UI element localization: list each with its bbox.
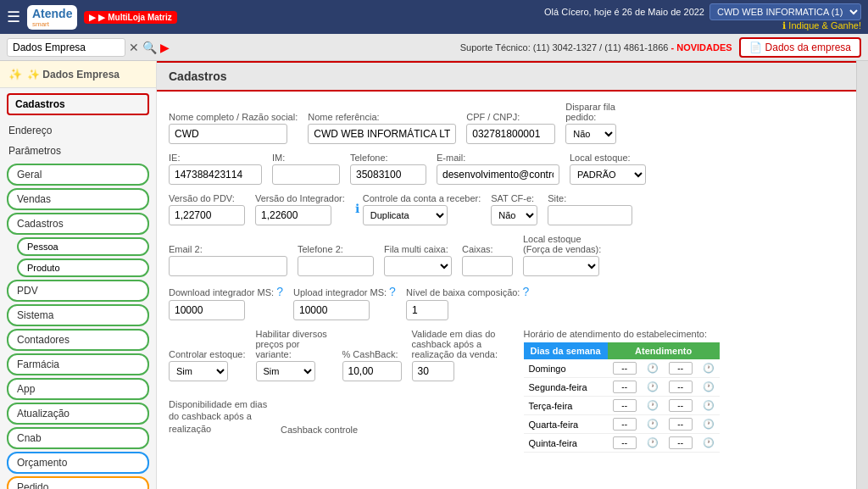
- time-from-input-quarta[interactable]: [613, 418, 637, 431]
- dados-empresa-button[interactable]: 📄 Dados da empresa: [739, 37, 861, 58]
- clear-search-button[interactable]: ✕: [129, 41, 139, 54]
- input-email2[interactable]: [169, 256, 287, 276]
- sidebar-group-cnab[interactable]: Cnab: [7, 427, 149, 449]
- fg-local-estoque-forca: Local estoque (Força de vendas):: [523, 234, 608, 276]
- input-validade-cashback[interactable]: [412, 361, 454, 381]
- time-to-domingo: [664, 359, 698, 378]
- fg-nome: Nome completo / Razão social:: [169, 112, 298, 144]
- clock2-quinta[interactable]: 🕐: [698, 434, 720, 453]
- fg-upload-ms: Upload integrador MS: ?: [293, 285, 396, 320]
- sidebar-group-pdv[interactable]: PDV: [7, 280, 149, 302]
- clock-terca[interactable]: 🕐: [642, 397, 664, 415]
- schedule-row-segunda: Segunda-feira 🕐 🕐: [524, 378, 720, 397]
- fg-habilitar-diversos: Habilitar diversos preços por variante: …: [256, 329, 332, 381]
- sidebar-item-endereco[interactable]: Endereço: [0, 120, 156, 141]
- input-cashback[interactable]: [342, 361, 402, 381]
- clock2-quarta[interactable]: 🕐: [698, 415, 720, 434]
- select-sat[interactable]: Não: [491, 205, 537, 225]
- input-versao-int[interactable]: [255, 205, 331, 225]
- youtube-badge[interactable]: ▶ ▶ MultiLoja Matriz: [84, 11, 176, 24]
- video-button[interactable]: ▶: [160, 41, 170, 54]
- sidebar-group-contadores[interactable]: Contadores: [7, 329, 149, 351]
- sidebar-group-vendas[interactable]: Vendas: [7, 188, 149, 210]
- fg-local-estoque: Local estoque: PADRÃO: [570, 153, 646, 185]
- clock2-segunda[interactable]: 🕐: [698, 378, 720, 397]
- label-versao-int: Versão do Integrador:: [255, 193, 345, 203]
- input-site[interactable]: [548, 205, 632, 225]
- sidebar-header-icon: ✨: [8, 68, 22, 81]
- search-input[interactable]: [7, 38, 125, 57]
- time-to-input-quarta[interactable]: [669, 418, 693, 431]
- day-label: Quinta-feira: [524, 434, 608, 453]
- time-from-input-terca[interactable]: [613, 399, 637, 412]
- time-to-input-domingo[interactable]: [669, 362, 693, 375]
- input-ie[interactable]: [169, 164, 262, 185]
- label-controle: Controle da conta a receber:: [363, 193, 481, 203]
- sidebar-group-cadastros[interactable]: Cadastros: [7, 213, 149, 235]
- sidebar-group-farmacia[interactable]: Farmácia: [7, 353, 149, 375]
- clock-quinta[interactable]: 🕐: [642, 434, 664, 453]
- sidebar-group-pedido[interactable]: Pedido: [7, 476, 149, 489]
- top-right-area: Olá Cícero, hoje é 26 de Maio de 2022 CW…: [544, 3, 861, 31]
- time-to-input-quinta[interactable]: [669, 436, 693, 449]
- input-email[interactable]: [437, 164, 559, 185]
- time-from-input-quinta[interactable]: [613, 436, 637, 449]
- clock2-domingo[interactable]: 🕐: [698, 359, 720, 378]
- input-cpf[interactable]: [466, 124, 555, 144]
- clock2-terca[interactable]: 🕐: [698, 397, 720, 415]
- second-bar: ✕ 🔍 ▶ Suporte Técnico: (11) 3042-1327 / …: [0, 34, 868, 61]
- info-icon-controle[interactable]: ℹ: [355, 202, 359, 215]
- sidebar-group-atualizacao[interactable]: Atualização: [7, 403, 149, 425]
- input-telefone[interactable]: [350, 164, 426, 185]
- sidebar-subitem-pessoa[interactable]: Pessoa: [17, 237, 149, 256]
- label-cashback-controle: Cashback controle: [281, 425, 358, 435]
- sidebar-group-orcamento[interactable]: Orçamento: [7, 452, 149, 474]
- select-local-estoque-forca[interactable]: [523, 256, 599, 276]
- fg-email: E-mail:: [437, 153, 559, 185]
- sidebar-group-geral[interactable]: Geral: [7, 164, 149, 186]
- input-nome[interactable]: [169, 124, 287, 144]
- select-disparar[interactable]: Não Sim: [565, 124, 616, 144]
- sidebar-item-cadastros-active[interactable]: Cadastros: [7, 93, 149, 115]
- search-button[interactable]: 🔍: [142, 41, 157, 54]
- fg-sat: SAT CF-e: Não: [491, 193, 537, 225]
- clock-domingo[interactable]: 🕐: [642, 359, 664, 378]
- select-controlar-estoque[interactable]: Sim Não: [169, 361, 228, 381]
- sidebar-group-sistema[interactable]: Sistema: [7, 304, 149, 326]
- label-local-estoque-forca: Local estoque (Força de vendas):: [523, 234, 608, 254]
- info-icon-upload[interactable]: ?: [389, 285, 396, 298]
- input-download-ms[interactable]: [169, 300, 245, 320]
- time-from-input-segunda[interactable]: [613, 381, 637, 393]
- top-bar: ☰ Atende smart ▶ ▶ MultiLoja Matriz Olá …: [0, 0, 868, 34]
- select-fila-multi[interactable]: [384, 256, 452, 276]
- input-versao-pdv[interactable]: [169, 205, 245, 225]
- input-im[interactable]: [272, 164, 340, 185]
- content-header: Cadastros: [157, 61, 856, 92]
- hamburger-icon[interactable]: ☰: [7, 8, 20, 26]
- label-nivel-baixa: Nível de baixa composição: ?: [406, 285, 529, 298]
- scrollbar-right[interactable]: [856, 61, 868, 489]
- fg-fila-multi: Fila multi caixa:: [384, 244, 452, 276]
- sidebar-subitem-produto[interactable]: Produto: [17, 258, 149, 277]
- sidebar-group-app[interactable]: App: [7, 378, 149, 400]
- input-nivel-baixa[interactable]: [406, 300, 448, 320]
- sidebar-item-parametros[interactable]: Parâmetros: [0, 141, 156, 161]
- store-select[interactable]: CWD WEB INFORMATICA (1): [709, 3, 861, 20]
- label-upload-ms: Upload integrador MS: ?: [293, 285, 396, 298]
- info-icon-nivel[interactable]: ?: [522, 285, 529, 298]
- input-nome-ref[interactable]: [308, 124, 456, 144]
- indique-link[interactable]: ℹ Indique & Ganhe!: [782, 20, 861, 31]
- select-local-estoque[interactable]: PADRÃO: [570, 164, 646, 185]
- clock-segunda[interactable]: 🕐: [642, 378, 664, 397]
- select-controle[interactable]: Duplicata: [363, 205, 448, 225]
- input-telefone2[interactable]: [298, 256, 374, 276]
- input-upload-ms[interactable]: [293, 300, 370, 320]
- clock-quarta[interactable]: 🕐: [642, 415, 664, 434]
- time-to-input-segunda[interactable]: [669, 381, 693, 393]
- time-from-input-domingo[interactable]: [613, 362, 637, 375]
- time-to-input-terca[interactable]: [669, 399, 693, 412]
- select-habilitar-diversos[interactable]: Sim Não: [256, 361, 315, 381]
- dados-empresa-icon: 📄: [749, 42, 762, 53]
- info-icon-download[interactable]: ?: [276, 285, 283, 298]
- input-caixas[interactable]: [462, 256, 513, 276]
